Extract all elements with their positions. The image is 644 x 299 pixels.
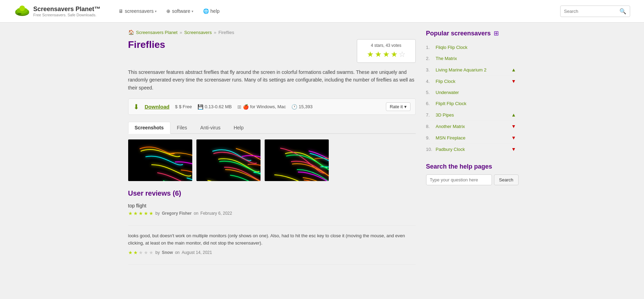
sidebar: Popular screensavers ⊞ 1. Fliqlo Flip Cl… [426,29,516,272]
breadcrumb-home[interactable]: Screensavers Planet [136,30,178,35]
downloads-value: 15,393 [299,104,312,109]
popular-link-10[interactable]: Padbury Clock [436,147,465,152]
review-stars-2: ★ ★ ★ ★ ★ [128,250,153,255]
svg-point-3 [19,6,25,11]
review-by: by [156,211,160,216]
price-meta: $ $ Free [175,104,192,109]
popular-item-left: 5. Underwater [426,90,459,95]
rate-button[interactable]: Rate it ▾ [386,102,411,111]
chevron-down-icon2: ▾ [192,9,193,13]
trend-down-icon2: ▼ [511,123,516,129]
home-icon: 🏠 [128,29,134,35]
price-value: $ Free [179,104,192,109]
trend-down-icon4: ▼ [511,146,516,152]
popular-link-8[interactable]: Another Matrix [436,124,465,129]
popular-link-2[interactable]: The Matrix [436,56,457,61]
download-link[interactable]: Download [145,104,170,110]
popular-rank: 1. [426,45,433,50]
popular-item-left: 2. The Matrix [426,56,457,61]
nav-software[interactable]: ⊕ software ▾ [162,6,197,16]
screenshot-1[interactable] [128,139,192,181]
review2-star-4: ★ [144,250,148,255]
windows-tiles-icon: ⊞ [494,29,499,37]
svg-point-4 [17,13,21,15]
tab-screenshots[interactable]: Screenshots [128,122,170,134]
review-item: top flight ★ ★ ★ ★ ★ by Gregory Fisher o… [128,203,416,225]
chevron-down-icon: ▾ [155,9,157,13]
popular-rank: 4. [426,79,433,84]
popular-item-left: 1. Fliqlo Flip Clock [426,45,468,50]
header-search-button[interactable]: 🔍 [616,6,630,17]
popular-link-1[interactable]: Fliqlo Flip Clock [436,45,468,50]
breadcrumb-section[interactable]: Screensavers [184,30,212,35]
tab-help[interactable]: Help [227,122,250,134]
review-headline: top flight [128,203,416,208]
tab-files[interactable]: Files [170,122,194,134]
header-search-input[interactable] [561,7,616,16]
review-author: Gregory Fisher [162,211,192,216]
header-search-area: 🔍 [560,6,630,17]
review2-author: Snow [162,250,173,255]
help-icon: 🌐 [203,8,209,14]
list-item: 6. FlipIt Flip Clock [426,98,516,109]
popular-list: 1. Fliqlo Flip Clock 2. The Matrix 3. Li… [426,42,516,155]
popular-title-row: Popular screensavers ⊞ [426,29,516,37]
popular-rank: 5. [426,90,433,95]
apple-logo-icon: 🍎 [243,104,249,110]
logo[interactable]: Screensavers Planet™ Free Screensavers. … [14,3,100,19]
clock-icon: 🕐 [291,104,297,110]
breadcrumb-current: Fireflies [218,30,234,35]
page-title: Fireflies [128,39,165,50]
popular-rank: 6. [426,101,433,106]
popular-link-9[interactable]: MSN Fireplace [436,135,466,140]
nav-help-label: help [210,8,219,14]
list-item: 10. Padbury Clock ▼ [426,144,516,155]
popular-link-5[interactable]: Underwater [436,90,459,95]
site-tagline: Free Screensavers. Safe Downloads. [33,13,100,17]
tab-antivirus[interactable]: Anti-virus [194,122,227,134]
screenshot-2[interactable] [196,139,261,181]
popular-rank: 7. [426,112,433,118]
file-icon: 💾 [197,104,203,110]
site-name: Screensavers Planet™ [33,6,100,13]
rate-chevron-icon: ▾ [404,104,407,109]
windows-logo-icon: ⊞ [237,104,241,110]
list-item: 1. Fliqlo Flip Clock [426,42,516,53]
star-1: ★ [367,50,374,59]
platforms-meta: ⊞ 🍎 for Windows, Mac [237,104,286,110]
trend-down-icon: ▼ [511,78,516,84]
nav-screensavers[interactable]: 🖥 screensavers ▾ [114,6,161,16]
popular-link-7[interactable]: 3D Pipes [436,112,454,118]
popular-link-3[interactable]: Living Marine Aquarium 2 [436,67,487,72]
reviews-title: User reviews (6) [128,189,416,197]
monitor-icon: 🖥 [118,8,123,14]
help-search-input[interactable] [426,174,492,185]
review-date: February 6, 2022 [201,211,232,216]
popular-link-6[interactable]: FlipIt Flip Clock [436,101,467,106]
star-5: ☆ [399,50,406,59]
rating-label: 4 stars, 43 votes [363,43,410,48]
star-3: ★ [383,50,390,59]
trend-up-icon2: ▲ [511,112,516,118]
platforms-value: for Windows, Mac [250,104,286,109]
star-4: ★ [391,50,398,59]
review-meta-2: ★ ★ ★ ★ ★ by Snow on August 14, 2021 [128,250,416,255]
help-search-button[interactable]: Search [494,174,519,185]
review-meta: ★ ★ ★ ★ ★ by Gregory Fisher on February … [128,211,416,216]
review-star-3: ★ [139,211,143,216]
review-body: looks good, but doesn't work on multiple… [128,232,416,247]
screenshot-3[interactable] [265,139,329,181]
popular-link-4[interactable]: Flip Clock [436,79,456,84]
trend-up-icon: ▲ [511,67,516,72]
logo-icon [14,3,30,19]
review-star-4: ★ [144,211,148,216]
list-item: 4. Flip Clock ▼ [426,76,516,87]
rating-box: 4 stars, 43 votes ★ ★ ★ ★ ☆ [357,39,416,63]
nav-help[interactable]: 🌐 help [199,6,223,16]
review-item-2: looks good, but doesn't work on multiple… [128,232,416,265]
help-title: Search the help pages [426,163,516,170]
popular-item-left: 6. FlipIt Flip Clock [426,101,467,106]
filesize-meta: 💾 0.13-0.62 MB [197,104,232,110]
popular-rank: 3. [426,67,433,72]
review2-star-2: ★ [133,250,138,255]
